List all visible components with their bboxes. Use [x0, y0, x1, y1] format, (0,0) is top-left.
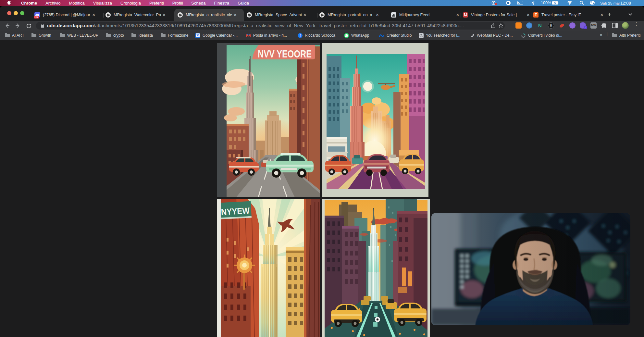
svg-text:NYYEW: NYYEW: [221, 206, 250, 217]
svg-text:NVV YEOORE: NVV YEOORE: [258, 48, 312, 60]
